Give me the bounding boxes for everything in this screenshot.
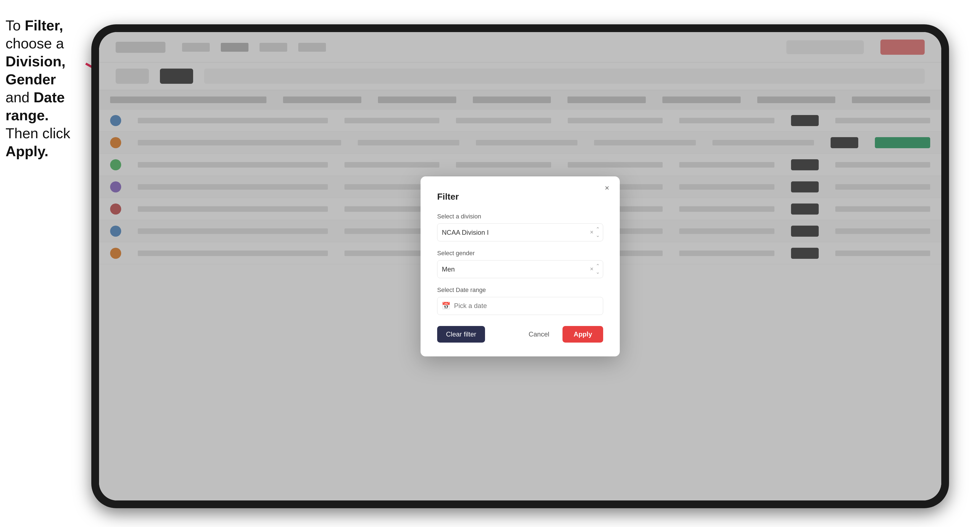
instruction-line1: To Filter, choose a [6,17,64,51]
gender-clear-icon[interactable]: × [590,265,593,273]
instruction-line3: and Date range. [6,89,65,123]
calendar-icon: 📅 [442,302,450,310]
date-input-wrapper[interactable]: 📅 [437,297,603,315]
division-label: Select a division [437,213,603,220]
gender-select-wrapper[interactable]: Men × ⌃⌄ [437,260,603,278]
division-select-wrapper[interactable]: NCAA Division I × ⌃⌄ [437,224,603,241]
modal-footer: Clear filter Cancel Apply [437,326,603,343]
instruction-line2: Division, Gender [6,53,65,87]
gender-select[interactable]: Men [437,260,603,278]
modal-title: Filter [437,192,603,202]
division-select[interactable]: NCAA Division I [437,224,603,241]
modal-close-button[interactable]: × [601,183,612,194]
tablet-screen: × Filter Select a division NCAA Division… [99,32,941,500]
date-range-input[interactable] [437,297,603,315]
modal-overlay: × Filter Select a division NCAA Division… [99,32,941,500]
clear-filter-button[interactable]: Clear filter [437,326,485,343]
filter-modal: × Filter Select a division NCAA Division… [420,176,620,356]
tablet-frame: × Filter Select a division NCAA Division… [91,24,949,508]
apply-button[interactable]: Apply [563,326,603,343]
gender-form-group: Select gender Men × ⌃⌄ [437,250,603,278]
division-form-group: Select a division NCAA Division I × ⌃⌄ [437,213,603,241]
instruction-line4: Then click Apply. [6,125,70,159]
cancel-button[interactable]: Cancel [522,326,556,343]
division-clear-icon[interactable]: × [590,229,593,236]
date-form-group: Select Date range 📅 [437,286,603,315]
instruction-text: To Filter, choose a Division, Gender and… [6,17,91,160]
gender-label: Select gender [437,250,603,257]
date-label: Select Date range [437,286,603,294]
modal-footer-right: Cancel Apply [522,326,603,343]
